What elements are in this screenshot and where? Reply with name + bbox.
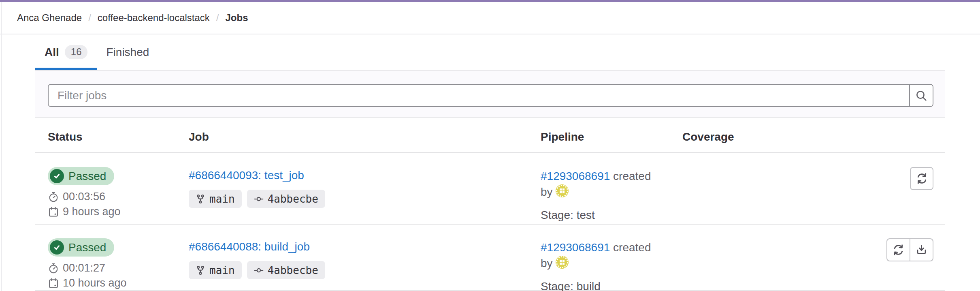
branch-ref-badge[interactable]: main xyxy=(189,190,242,208)
stage-label: Stage: test xyxy=(541,208,664,223)
check-circle-icon xyxy=(50,169,64,183)
coverage-cell xyxy=(682,153,797,167)
filter-section xyxy=(35,71,945,118)
retry-icon xyxy=(892,243,905,257)
calendar-icon xyxy=(48,278,59,289)
search-icon xyxy=(915,89,928,102)
tab-all-label: All xyxy=(45,46,59,59)
branch-ref-badge[interactable]: main xyxy=(189,261,242,279)
table-row: Passed 00:01:27 xyxy=(35,225,945,291)
jobs-tabs: All 16 Finished xyxy=(35,34,945,71)
download-icon xyxy=(915,243,928,257)
job-cell: #6866440088: build_job main xyxy=(189,225,541,279)
retry-icon xyxy=(915,172,929,185)
table-header: Status Job Pipeline Coverage xyxy=(35,118,945,153)
column-header-job: Job xyxy=(189,131,541,143)
check-circle-icon xyxy=(50,240,64,255)
tab-finished[interactable]: Finished xyxy=(97,34,158,70)
timer-icon xyxy=(48,263,59,274)
job-actions-group xyxy=(886,238,933,261)
status-cell: Passed 00:01:27 xyxy=(48,225,189,289)
search-button[interactable] xyxy=(909,85,933,106)
retry-job-button[interactable] xyxy=(910,167,933,190)
commit-icon xyxy=(254,194,264,204)
breadcrumb: Anca Ghenade / coffee-backend-localstack… xyxy=(0,2,980,34)
stage-label: Stage: build xyxy=(541,279,664,291)
actions-cell xyxy=(797,225,945,261)
coverage-cell xyxy=(682,225,797,238)
column-header-status: Status xyxy=(48,131,189,143)
commit-sha-badge[interactable]: 4abbecbe xyxy=(247,190,325,208)
status-label: Passed xyxy=(68,170,106,183)
job-cell: #6866440093: test_job main xyxy=(189,153,541,208)
breadcrumb-separator: / xyxy=(88,12,91,24)
job-duration: 00:03:56 xyxy=(48,190,189,203)
retry-job-button[interactable] xyxy=(886,238,910,261)
avatar[interactable] xyxy=(555,184,569,202)
download-artifacts-button[interactable] xyxy=(910,238,933,261)
status-badge[interactable]: Passed xyxy=(48,238,114,257)
pipeline-cell: #1293068691 created by Stage: test xyxy=(541,153,682,223)
calendar-icon xyxy=(48,206,59,218)
commit-sha-badge[interactable]: 4abbecbe xyxy=(247,261,325,279)
breadcrumb-separator: / xyxy=(216,12,219,24)
job-age: 10 hours ago xyxy=(48,277,189,289)
actions-cell xyxy=(797,153,945,190)
filter-input-group xyxy=(48,84,933,107)
avatar[interactable] xyxy=(555,255,569,273)
column-header-coverage: Coverage xyxy=(682,131,797,143)
filter-jobs-input[interactable] xyxy=(49,85,909,106)
status-badge[interactable]: Passed xyxy=(48,167,114,185)
job-duration: 00:01:27 xyxy=(48,262,189,274)
pipeline-cell: #1293068691 created by Stage: build xyxy=(541,225,682,291)
tab-finished-label: Finished xyxy=(106,46,149,59)
pipeline-link[interactable]: #1293068691 xyxy=(541,170,610,182)
page-left-edge xyxy=(1,2,2,291)
commit-icon xyxy=(254,265,264,275)
status-label: Passed xyxy=(68,241,106,254)
tab-all[interactable]: All 16 xyxy=(35,34,97,70)
job-link[interactable]: #6866440088: build_job xyxy=(189,240,310,253)
branch-icon xyxy=(196,265,205,275)
job-link[interactable]: #6866440093: test_job xyxy=(189,169,304,182)
breadcrumb-group-link[interactable]: Anca Ghenade xyxy=(17,12,82,24)
pipeline-link[interactable]: #1293068691 xyxy=(541,241,610,254)
job-age: 9 hours ago xyxy=(48,205,189,218)
table-row: Passed 00:03:56 xyxy=(35,153,945,225)
tab-all-count-badge: 16 xyxy=(65,45,88,59)
branch-icon xyxy=(196,194,205,204)
timer-icon xyxy=(48,191,59,203)
status-cell: Passed 00:03:56 xyxy=(48,153,189,218)
breadcrumb-current-page: Jobs xyxy=(226,12,248,24)
column-header-pipeline: Pipeline xyxy=(541,131,682,143)
breadcrumb-project-link[interactable]: coffee-backend-localstack xyxy=(98,12,210,24)
